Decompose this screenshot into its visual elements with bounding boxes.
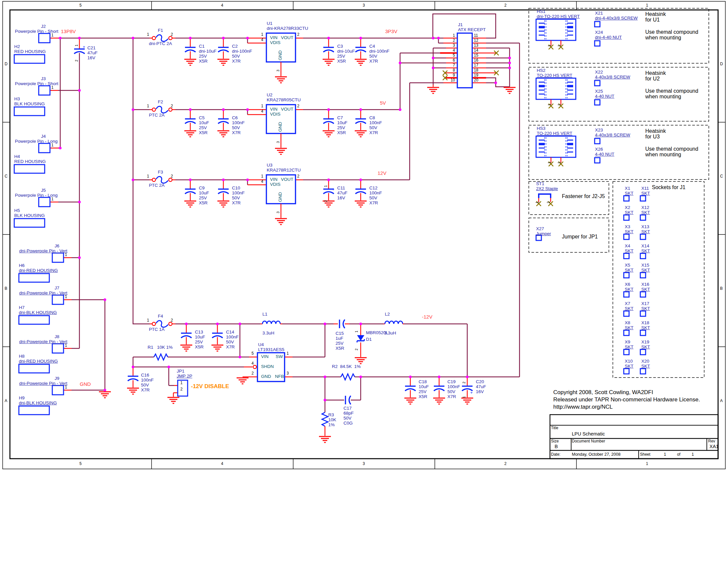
- ics-3-p3-label: 3: [287, 371, 289, 376]
- heatsinks-1-type-label: TO-220 HS VERT: [537, 73, 572, 78]
- capacitors-13-lines-0-label: C14: [226, 330, 234, 335]
- nets-ngnd-label: GND: [80, 382, 91, 387]
- border-cols-1-label: 4: [221, 3, 223, 8]
- heatsinks-2-p2-label: 2: [558, 162, 562, 164]
- heatsinks-0-note4-label: when mounting: [645, 35, 681, 41]
- ics-0-vin-label: VIN: [270, 35, 278, 40]
- title_block-rev_label-label: Rev: [708, 439, 715, 444]
- connectors-5-housing_ref-label: H7: [19, 305, 24, 310]
- heatsinks-1-screw_ref-label: X22: [595, 70, 603, 74]
- sockets-refs_left-3-label: X4: [625, 244, 630, 248]
- capacitors-13-lines-3-label: X7R: [226, 345, 235, 350]
- x27-note-label: Jumper for JP1: [562, 234, 598, 240]
- capacitors-14-lines-3-label: X5R: [336, 346, 344, 351]
- border-cols-4-label: 1: [646, 462, 648, 466]
- border-rows-2-label: B: [5, 287, 7, 291]
- ics-3-p1-label: 1: [287, 352, 289, 356]
- j1-ref-label: J1: [458, 23, 463, 27]
- resistors-0-label-label: R1 10K 1%: [148, 345, 173, 350]
- sockets-refs_left-8-label: X9: [625, 340, 630, 345]
- j1-pins_left-2-label: 3: [446, 43, 455, 48]
- j1-pins_right-2-label: 13: [474, 43, 478, 48]
- heatsinks-2-screw-label: 4-40x3/8 SCREW: [595, 133, 630, 137]
- ics-2-p3-label: 3: [277, 211, 280, 213]
- copyright-0-label: Copyright 2008, Scott Cowling, WA2DFI: [553, 390, 653, 396]
- capacitors-18-lines-3-label: X7R: [447, 395, 456, 399]
- border-rows-3-label: A: [5, 399, 7, 403]
- sockets-refs_right-9-label: X20: [641, 359, 649, 364]
- capacitors-1-lines-3-label: X7R: [232, 59, 241, 64]
- sockets-label-label: SKT: [641, 191, 650, 196]
- capacitors-16-lines-2-label: 50V: [343, 416, 351, 421]
- capacitors-11-lines-1-label: 100nF: [369, 191, 382, 195]
- j1-pins_right-0-label: 11: [474, 33, 478, 38]
- sockets-refs_left-2-label: X3: [625, 224, 630, 229]
- capacitors-0-lines-0-label: C1: [199, 44, 205, 49]
- fuses-0-p1-label: 1: [147, 32, 149, 37]
- sockets-label-label: SKT: [625, 306, 633, 311]
- capacitors-1-lines-1-label: dni-100nF: [232, 49, 252, 54]
- capacitors-11-lines-3-label: X7R: [369, 201, 378, 205]
- capacitors-19-lines-2-label: 16V: [476, 390, 484, 394]
- connectors-5-ref-label: J7: [55, 286, 59, 291]
- ics-3-vin-label: VIN: [261, 354, 269, 359]
- fuses-3-ref-label: F4: [158, 314, 163, 319]
- ics-0-part-label: dni-KRA278R33CTU: [267, 26, 308, 31]
- fuses-3-p1-label: 1: [147, 318, 149, 323]
- schematic-graphics: +++: [0, 0, 728, 563]
- border-rows-1-label: C: [720, 174, 723, 178]
- inductors-0-ref-label: L1: [262, 312, 267, 317]
- capacitors-11-lines-2-label: 50V: [369, 196, 377, 200]
- svg-text:+: +: [83, 44, 85, 49]
- title_block-title_label-label: Title: [551, 426, 558, 430]
- capacitors-15-lines-3-label: X7R: [141, 388, 150, 393]
- border-cols-2-label: 3: [363, 3, 365, 8]
- sockets-label-label: SKT: [625, 326, 633, 330]
- connectors-7-housing_ref-label: H9: [19, 396, 24, 400]
- capacitors-16-lines-3-label: C0G: [343, 421, 353, 426]
- capacitors-17-lines-3-label: X5R: [419, 395, 427, 399]
- svg-text:+: +: [470, 390, 473, 395]
- heatsinks-0-ref-label: HS1: [537, 9, 545, 14]
- ics-1-p1-label: 1: [261, 104, 263, 108]
- capacitors-16-lines-1-label: 68pF: [343, 411, 354, 416]
- ics-3-p2-label: 2: [251, 371, 254, 376]
- connectors-7-pin-label: 1: [65, 385, 67, 390]
- capacitors-1-lines-2-label: 50V: [232, 54, 240, 59]
- connectors-5-housing-label: dni-BLK HOUSING: [19, 310, 57, 315]
- border-rows-2-label: B: [720, 287, 723, 291]
- capacitors-19-p2-label: 2: [463, 382, 466, 384]
- capacitors-12-lines-1-label: 10uF: [195, 335, 205, 340]
- capacitors-19-p1-label: 1: [463, 396, 466, 398]
- border-rows-0-label: D: [5, 62, 8, 66]
- sockets-label-label: SKT: [641, 268, 650, 272]
- capacitors-12-lines-0-label: C13: [195, 330, 203, 335]
- ics-3-sw-label: SW: [276, 354, 283, 359]
- border-cols-0-label: 5: [79, 3, 82, 8]
- title_block-of_label-label: of: [677, 452, 680, 457]
- j1-pins_right-5-label: 16: [474, 58, 478, 63]
- sockets-title-label: Sockets for J1: [652, 185, 685, 190]
- jp1-ref-label: JP1: [177, 369, 184, 374]
- ics-3-p5-label: 5: [251, 352, 254, 356]
- sockets-refs_left-4-label: X5: [625, 263, 630, 267]
- heatsinks-0-nut_ref-label: X24: [595, 30, 603, 35]
- capacitors-0-lines-1-label: dni-10uF: [199, 49, 216, 54]
- sockets-refs_right-1-label: X12: [641, 205, 649, 210]
- ics-0-p2-label: 2: [297, 32, 299, 37]
- j1-pins_left-4-label: 5: [446, 53, 455, 58]
- sockets-label-label: SKT: [641, 306, 650, 311]
- connectors-0-housing_ref-label: H2: [14, 44, 20, 49]
- capacitors-9-lines-1-label: 100nF: [232, 191, 245, 195]
- capacitors-8-lines-1-label: 10uF: [199, 191, 209, 195]
- heatsinks-2-screw_ref-label: X23: [595, 128, 603, 132]
- connectors-3-pin-label: 1: [51, 197, 54, 201]
- j1-pins_right-9-label: 20: [474, 78, 478, 82]
- ics-1-p2-label: 2: [297, 104, 299, 108]
- title_block-sheet-label: 1: [664, 452, 666, 457]
- capacitors-4-lines-0-label: C5: [199, 116, 205, 120]
- title_block-doc_label-label: Document Number: [572, 439, 605, 444]
- sockets-refs_left-0-label: X1: [625, 186, 630, 191]
- capacitors-9-lines-3-label: X7R: [232, 201, 241, 205]
- fuses-1-ref-label: F2: [158, 100, 163, 104]
